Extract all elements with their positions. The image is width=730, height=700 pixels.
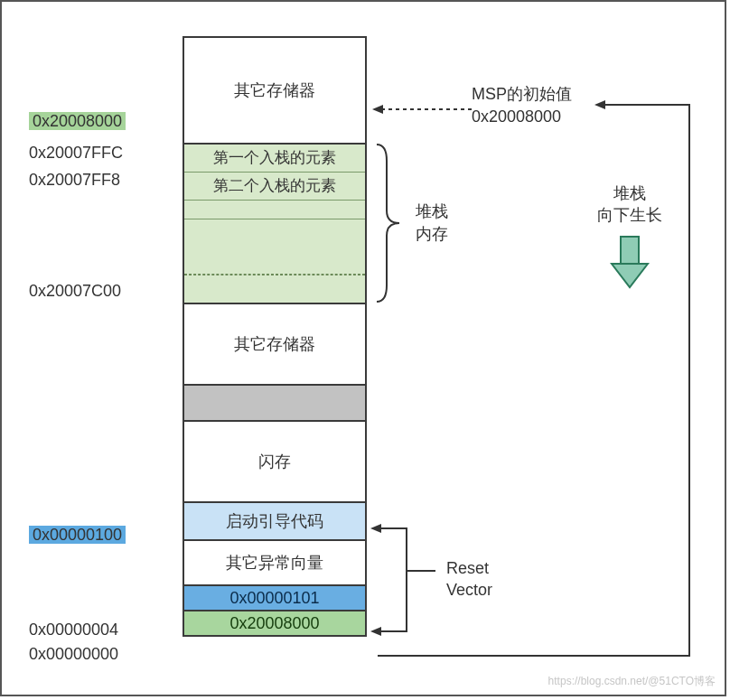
- stack-grow-label: 堆栈 向下生长: [562, 182, 697, 289]
- region-flash: 闪存: [184, 422, 365, 503]
- addr-00000000: 0x00000000: [29, 645, 118, 664]
- region-other-top: 其它存储器: [184, 38, 365, 145]
- annotation-column: MSP的初始值 0x20008000 堆栈 内存 Reset Vector: [381, 2, 707, 695]
- svg-marker-6: [612, 264, 648, 287]
- region-stack: 第一个入栈的元素 第二个入栈的元素: [184, 145, 365, 304]
- stack-bottom: [184, 275, 365, 303]
- region-gap: [184, 386, 365, 422]
- region-msp-value: 0x20008000: [184, 611, 365, 637]
- diagram-frame: 0x20008000 0x20007FFC 0x20007FF8 0x20007…: [0, 0, 726, 696]
- addr-20007FF8: 0x20007FF8: [29, 171, 120, 190]
- stack-elem-2: 第二个入栈的元素: [184, 173, 365, 201]
- memory-column: 其它存储器 第一个入栈的元素 第二个入栈的元素 其它存储器 闪存 启动引导代码 …: [182, 36, 367, 637]
- svg-rect-5: [621, 237, 639, 264]
- stack-gap: [184, 219, 365, 275]
- region-boot-code: 启动引导代码: [184, 503, 365, 541]
- arrow-vec-to-msp: [369, 92, 712, 670]
- addr-00000100: 0x00000100: [29, 526, 126, 544]
- grow-line1: 堆栈: [562, 182, 697, 204]
- stack-elem-blank: [184, 201, 365, 219]
- region-other-mid: 其它存储器: [184, 304, 365, 386]
- down-arrow-icon: [610, 235, 650, 289]
- region-other-vectors: 其它异常向量: [184, 541, 365, 586]
- svg-marker-4: [594, 100, 605, 109]
- addr-20007C00: 0x20007C00: [29, 282, 121, 301]
- region-reset-vector-value: 0x00000101: [184, 586, 365, 611]
- addr-00000004: 0x00000004: [29, 621, 118, 639]
- stack-elem-1: 第一个入栈的元素: [184, 145, 365, 173]
- addr-20008000: 0x20008000: [29, 112, 126, 130]
- grow-line2: 向下生长: [562, 204, 697, 226]
- addr-20007FFC: 0x20007FFC: [29, 144, 123, 163]
